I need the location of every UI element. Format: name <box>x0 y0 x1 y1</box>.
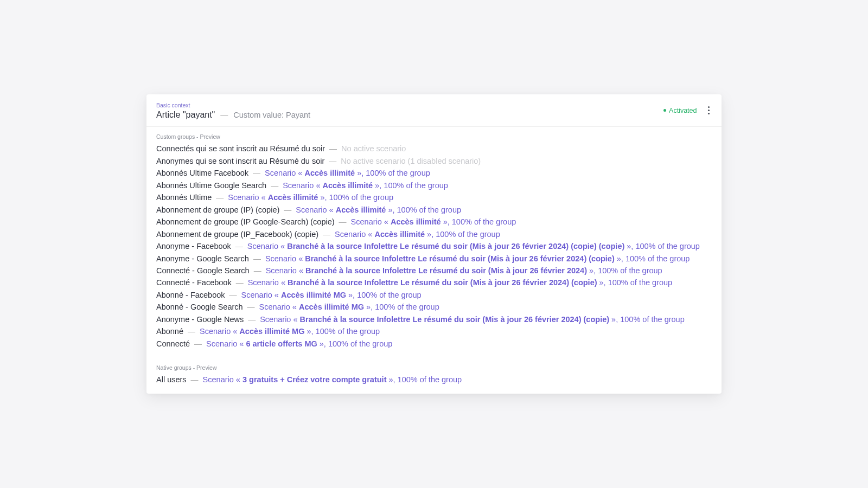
scenario-link[interactable]: Scenario « Branché à la source Infolettr… <box>260 315 685 324</box>
scenario-prefix: Scenario « <box>335 230 374 239</box>
scenario-suffix: », 100% of the group <box>597 278 673 287</box>
scenario-suffix: », 100% of the group <box>386 375 462 384</box>
scenario-link[interactable]: Scenario « 6 article offerts MG », 100% … <box>206 339 392 348</box>
context-card: Basic context Article "payant" — Custom … <box>146 94 722 394</box>
scenario-link[interactable]: Scenario « Accès illimité », 100% of the… <box>283 181 448 190</box>
scenario-link[interactable]: Scenario « Accès illimité MG », 100% of … <box>200 327 380 336</box>
group-row: Connecté—Scenario « 6 article offerts MG… <box>156 338 712 350</box>
more-menu-button[interactable] <box>706 105 712 116</box>
scenario-link[interactable]: Scenario « Accès illimité », 100% of the… <box>228 193 393 202</box>
scenario-link[interactable]: Scenario « Accès illimité », 100% of the… <box>335 230 500 239</box>
scenario-name: Accès illimité <box>391 217 441 226</box>
title-dash: — <box>220 111 228 119</box>
scenario-name: 6 article offerts MG <box>246 339 317 348</box>
status-badge: Activated <box>663 107 697 114</box>
group-row: Anonyme - Google Search—Scenario « Branc… <box>156 253 712 265</box>
scenario-suffix: », 100% of the group <box>318 193 393 202</box>
scenario-link[interactable]: Scenario « Accès illimité MG », 100% of … <box>241 291 422 299</box>
group-name: Anonymes qui se sont inscrit au Résumé d… <box>156 157 324 165</box>
row-dash: — <box>247 303 255 311</box>
group-name: Anonyme - Facebook <box>156 242 231 251</box>
scenario-link[interactable]: Scenario « 3 gratuits + Créez votre comp… <box>203 375 462 384</box>
native-groups-label: Native groups - Preview <box>146 358 722 374</box>
row-dash: — <box>248 315 256 324</box>
row-dash: — <box>194 339 202 348</box>
scenario-name: Accès illimité <box>374 230 425 239</box>
scenario-prefix: Scenario « <box>259 303 299 311</box>
group-row: Anonyme - Facebook—Scenario « Branché à … <box>156 241 712 253</box>
scenario-suffix: », 100% of the group <box>615 254 690 263</box>
scenario-link[interactable]: Scenario « Accès illimité », 100% of the… <box>296 206 461 214</box>
group-row: Anonyme - Google News—Scenario « Branché… <box>156 313 712 325</box>
scenario-prefix: Scenario « <box>203 375 242 384</box>
scenario-suffix: », 100% of the group <box>587 266 662 275</box>
group-name: Abonnement de groupe (IP_Facebook) (copi… <box>156 230 318 239</box>
scenario-prefix: Scenario « <box>247 242 287 251</box>
group-row: Abonnement de groupe (IP Google-Search) … <box>156 216 712 228</box>
group-name: Connecté <box>156 339 190 348</box>
group-row: Connecté - Facebook—Scenario « Branché à… <box>156 277 712 289</box>
scenario-prefix: Scenario « <box>283 181 322 190</box>
row-dash: — <box>253 254 261 263</box>
row-dash: — <box>236 278 244 287</box>
kebab-dot-icon <box>708 113 710 115</box>
group-name: Abonnés Ultime <box>156 193 212 202</box>
inactive-scenario-text: No active scenario (1 disabled scenario) <box>341 157 481 165</box>
scenario-name: 3 gratuits + Créez votre compte gratuit <box>242 375 387 384</box>
row-dash: — <box>329 144 337 153</box>
row-dash: — <box>235 242 243 251</box>
scenario-name: Accès illimité MG <box>299 303 364 311</box>
row-dash: — <box>216 193 224 202</box>
scenario-name: Branché à la source Infolettre Le résumé… <box>288 278 597 287</box>
custom-groups-list: Connectés qui se sont inscrit au Résumé … <box>146 143 722 358</box>
inactive-scenario-text: No active scenario <box>341 144 406 153</box>
scenario-name: Accès illimité <box>304 169 355 177</box>
scenario-prefix: Scenario « <box>351 217 391 226</box>
scenario-link[interactable]: Scenario « Branché à la source Infolettr… <box>248 278 673 287</box>
scenario-suffix: », 100% of the group <box>346 291 422 299</box>
group-row: Anonymes qui se sont inscrit au Résumé d… <box>156 155 712 167</box>
row-dash: — <box>229 291 237 299</box>
group-row: Abonné - Google Search—Scenario « Accès … <box>156 301 712 313</box>
scenario-link[interactable]: Scenario « Accès illimité MG », 100% of … <box>259 303 439 311</box>
scenario-suffix: », 100% of the group <box>355 169 430 177</box>
group-row: Abonné - Facebook—Scenario « Accès illim… <box>156 289 712 301</box>
group-row: Connectés qui se sont inscrit au Résumé … <box>156 143 712 155</box>
scenario-suffix: », 100% of the group <box>624 242 700 251</box>
scenario-link[interactable]: Scenario « Branché à la source Infolettr… <box>266 266 662 275</box>
group-row: Connecté - Google Search—Scenario « Bran… <box>156 265 712 277</box>
scenario-name: Branché à la source Infolettre Le résumé… <box>287 242 624 251</box>
group-name: All users <box>156 375 187 384</box>
row-dash: — <box>253 169 260 177</box>
group-name: Connecté - Google Search <box>156 266 250 275</box>
scenario-link[interactable]: Scenario « Accès illimité », 100% of the… <box>351 217 516 226</box>
row-dash: — <box>284 206 291 214</box>
custom-groups-label: Custom groups - Preview <box>146 127 722 143</box>
scenario-link[interactable]: Scenario « Accès illimité », 100% of the… <box>265 169 430 177</box>
kebab-dot-icon <box>708 106 710 108</box>
card-header: Basic context Article "payant" — Custom … <box>146 94 722 127</box>
scenario-link[interactable]: Scenario « Branché à la source Infolettr… <box>265 254 690 263</box>
scenario-prefix: Scenario « <box>260 315 299 324</box>
scenario-name: Branché à la source Infolettre Le résumé… <box>300 315 610 324</box>
scenario-suffix: », 100% of the group <box>609 315 685 324</box>
custom-value-label: Custom value: Payant <box>233 111 310 119</box>
row-dash: — <box>329 157 336 165</box>
scenario-suffix: », 100% of the group <box>386 206 461 214</box>
scenario-suffix: », 100% of the group <box>425 230 500 239</box>
article-title: Article "payant" <box>156 110 215 120</box>
basic-context-label: Basic context <box>156 102 663 108</box>
group-row: All users—Scenario « 3 gratuits + Créez … <box>156 374 712 386</box>
scenario-prefix: Scenario « <box>265 169 304 177</box>
scenario-suffix: », 100% of the group <box>441 217 516 226</box>
row-dash: — <box>323 230 330 239</box>
scenario-prefix: Scenario « <box>241 291 281 299</box>
scenario-name: Accès illimité MG <box>281 291 346 299</box>
scenario-prefix: Scenario « <box>266 266 305 275</box>
group-row: Abonnés Ultime Google Search—Scenario « … <box>156 179 712 191</box>
scenario-link[interactable]: Scenario « Branché à la source Infolettr… <box>247 242 700 251</box>
scenario-name: Accès illimité <box>336 206 386 214</box>
header-right: Activated <box>663 102 712 116</box>
row-dash: — <box>188 327 195 336</box>
group-row: Abonnés Ultime Facebook—Scenario « Accès… <box>156 168 712 179</box>
